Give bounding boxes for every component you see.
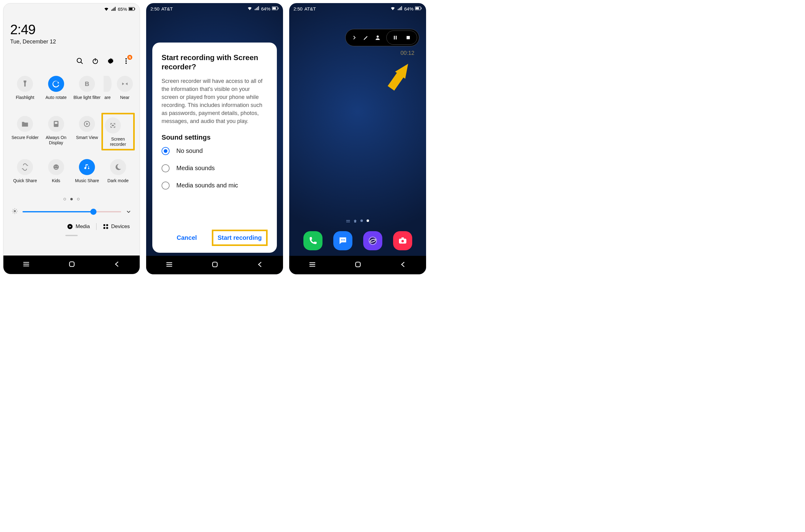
media-button[interactable]: Media [67,224,90,230]
screenshot-recording-overlay: 2:50 AT&T 64% 00:12 [289,3,426,274]
nav-bar [3,255,140,274]
devices-button[interactable]: Devices [103,224,130,230]
svg-rect-1 [129,8,133,10]
status-time: 2:50 [294,6,302,12]
tile-screen-recorder[interactable]: Screen recorder [103,116,133,149]
svg-marker-14 [86,123,89,126]
home-indicator-home [354,220,357,223]
tile-kids[interactable]: Kids [41,159,71,189]
svg-rect-42 [69,262,74,266]
dialog-body: Screen recorder will have access to all … [162,77,268,126]
signal-icon [397,5,402,12]
radio-icon [162,182,170,190]
wifi-icon [104,6,109,12]
nav-recents-icon[interactable] [308,260,317,270]
tile-auto-rotate[interactable]: Auto rotate [41,76,71,106]
home-dock [289,231,426,250]
svg-marker-62 [354,220,357,223]
status-carrier: AT&T [304,6,316,12]
home-indicator-lines [346,220,350,223]
tile-smart-view[interactable]: Smart View [72,116,102,149]
power-icon[interactable] [91,57,99,65]
svg-point-18 [53,164,59,170]
battery-icon [415,6,422,12]
tile-music-share[interactable]: Music Share [72,159,102,189]
nav-bar [146,256,283,274]
settings-icon[interactable] [106,57,115,65]
start-recording-button[interactable]: Start recording [212,230,268,246]
tile-blue-light[interactable]: B Blue light filter [72,76,102,106]
tile-secure-folder[interactable]: Secure Folder [10,116,40,149]
svg-rect-36 [106,224,108,226]
svg-rect-49 [212,262,217,267]
svg-point-20 [57,166,58,167]
tile-flashlight[interactable]: Flashlight [10,76,40,106]
svg-rect-35 [103,224,105,226]
tile-aod[interactable]: Always On Display [41,116,71,149]
svg-marker-17 [22,168,23,169]
svg-point-53 [377,35,379,38]
brightness-slider[interactable] [22,208,121,215]
svg-line-4 [81,62,82,64]
panel-date: Tue, December 12 [10,39,133,45]
svg-point-3 [77,58,81,62]
signal-icon [111,6,116,12]
nav-home-icon[interactable] [68,260,76,269]
tile-share-partial[interactable]: are [103,76,112,106]
app-internet[interactable] [363,231,382,250]
person-icon[interactable] [373,33,382,42]
svg-line-29 [13,209,14,210]
panel-handle[interactable] [65,235,78,236]
cancel-button[interactable]: Cancel [172,231,201,244]
app-messages[interactable] [333,231,352,250]
nav-back-icon[interactable] [256,261,264,270]
screen-recorder-dialog: Start recording with Screen recorder? Sc… [152,42,277,253]
nav-home-icon[interactable] [354,261,362,270]
nav-back-icon[interactable] [399,261,407,270]
radio-no-sound[interactable]: No sound [162,147,268,155]
brightness-icon [12,208,18,216]
arrow-annotation [386,58,413,95]
svg-rect-54 [394,36,395,39]
search-icon[interactable] [76,57,84,65]
notification-badge: N [127,55,132,60]
chevron-down-icon[interactable] [126,209,132,215]
tile-quick-share[interactable]: Quick Share [10,159,40,189]
nav-recents-icon[interactable] [165,260,173,270]
status-time: 2:50 [150,6,160,12]
recording-toolbar[interactable] [345,29,419,46]
app-camera[interactable] [393,231,412,250]
signal-icon [254,5,260,12]
tile-dark-mode[interactable]: Dark mode [103,159,133,189]
chevron-right-icon[interactable] [350,33,359,42]
svg-rect-45 [278,7,278,9]
svg-point-24 [14,210,16,212]
status-bar: 2:50 AT&T 64% [146,3,283,13]
svg-rect-75 [355,262,360,267]
svg-rect-37 [103,227,105,229]
radio-media-sounds[interactable]: Media sounds [162,164,268,172]
dialog-title: Start recording with Screen recorder? [162,53,268,72]
radio-media-and-mic[interactable]: Media sounds and mic [162,182,268,190]
more-icon[interactable]: N [122,57,130,65]
battery-text: 64% [261,6,270,12]
app-phone[interactable] [303,231,322,250]
stop-icon[interactable] [404,33,413,42]
nav-back-icon[interactable] [113,260,121,269]
status-bar: 2:50 AT&T 64% [289,3,426,13]
radio-icon [162,147,170,155]
svg-rect-44 [273,7,276,9]
nav-recents-icon[interactable] [22,260,31,270]
nav-bar [289,256,426,274]
nav-home-icon[interactable] [211,261,219,270]
pause-icon[interactable] [391,33,399,42]
pencil-icon[interactable] [362,33,370,42]
svg-rect-71 [401,238,404,239]
svg-rect-38 [106,227,108,229]
radio-icon [162,164,170,172]
svg-point-9 [126,60,127,62]
tile-nearby-partial[interactable]: Near [117,76,133,106]
status-bar: 65% [3,3,140,13]
home-page-indicator [289,220,426,223]
battery-icon [129,7,135,11]
